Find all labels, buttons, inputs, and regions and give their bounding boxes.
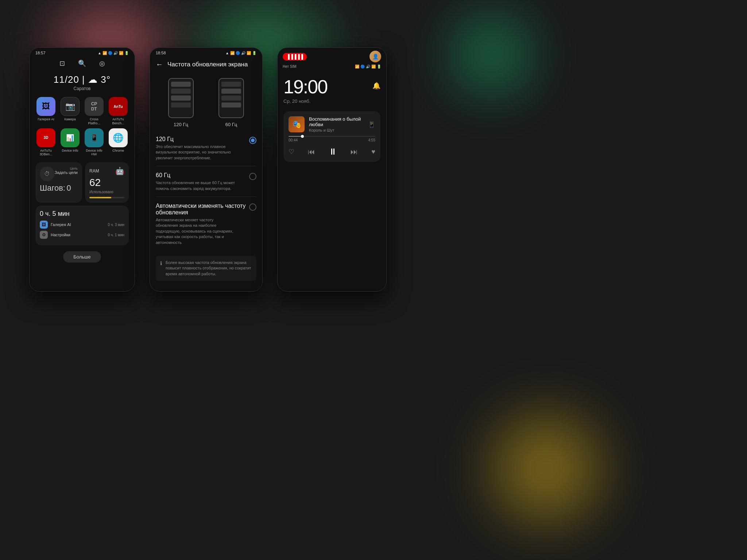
radio-inner-120 [251, 139, 255, 142]
option-60-text: 60 Гц Частота обновления не выше 60 Гц м… [156, 172, 249, 191]
ram-bar-fill [89, 197, 111, 198]
mock-bar-7 [221, 96, 241, 101]
usage-item-gallery: 🖼 Галерея AI 0 ч. 3 мин [40, 221, 124, 229]
app-camera[interactable]: 📷 Камера [59, 97, 81, 125]
app-chrome[interactable]: 🌐 Chrome [108, 128, 129, 157]
waveform-button[interactable]: ▐▐▐▐▐ [283, 53, 307, 61]
date: 11/20 [54, 74, 79, 85]
steps-top: ⏱ Цель Задать цели [40, 167, 78, 181]
steps-label: Шагов: [40, 183, 65, 192]
app-antutu-3d[interactable]: 3D AnTuTu 3DBen... [35, 128, 57, 157]
date-weather-line: 11/20 | ☁ 3° [30, 74, 135, 85]
device-info-label: Device Info [62, 149, 78, 153]
ram-header: RAM 🤖 [89, 167, 124, 175]
app-gallery-ai[interactable]: 🖼 Галерея AI [35, 97, 57, 125]
antutu-label: AnTuTu Bench... [108, 117, 129, 125]
phone2-header: ← Частота обновления экрана [150, 57, 262, 72]
back-button[interactable]: ← [156, 60, 163, 69]
app-antutu[interactable]: AnTu AnTuTu Bench... [108, 97, 129, 125]
status-bar-2: 18:58 ▲ 📶 🔵 🔊 📶 🔋 [150, 48, 262, 57]
status-bar-3: Нет SIM 📶 🔵 🔊 📶 🔋 [278, 64, 386, 70]
option-row-60: 60 Гц Частота обновления не выше 60 Гц м… [156, 172, 256, 191]
phone3-top-bar: ▐▐▐▐▐ 👤 [278, 48, 386, 64]
goal-value[interactable]: Задать цели [55, 170, 78, 175]
app-device-info-hw[interactable]: 📱 Device Info HW [84, 128, 105, 157]
progress-dot [301, 135, 304, 138]
like-button[interactable]: ♡ [289, 148, 294, 156]
mock-bar-1 [171, 82, 191, 87]
music-device-icon: 📱 [368, 121, 375, 128]
mock-bar-6 [221, 89, 241, 94]
antutu-3d-label: AnTuTu 3DBen... [35, 149, 57, 157]
gallery-app-name: Галерея AI [51, 222, 105, 227]
radio-120[interactable] [249, 137, 256, 144]
avatar[interactable]: 👤 [369, 51, 381, 62]
search-icon[interactable]: 🔍 [78, 59, 86, 67]
option-auto-text: Автоматически изменять частоту обновлени… [156, 203, 249, 245]
ram-label: RAM [89, 168, 99, 174]
music-info: Воспоминания о былой любви Король и Шут [309, 116, 364, 132]
music-card: 🎭 Воспоминания о былой любви Король и Шу… [283, 111, 380, 162]
option-120hz-visual: 120 Гц [168, 78, 194, 127]
app-device-info[interactable]: 📊 Device Info [59, 128, 81, 157]
status-icons-2: ▲ 📶 🔵 🔊 📶 🔋 [225, 51, 256, 55]
mock-bar-2 [171, 89, 191, 94]
camera-icon: 📷 [61, 97, 80, 116]
progress-bar[interactable] [289, 136, 375, 137]
antutu-3d-icon: 3D [36, 128, 55, 147]
mock-bar-8 [221, 102, 241, 108]
hz-label-60: 60 Гц [225, 122, 237, 127]
option-section-60[interactable]: 60 Гц Частота обновления не выше 60 Гц м… [156, 172, 256, 197]
city: Саратов [30, 86, 135, 91]
ram-widget: RAM 🤖 62 Использовано [85, 162, 129, 203]
phone-mockup-120 [168, 78, 194, 118]
bell-icon[interactable]: 🔔 [372, 82, 380, 90]
settings-app-time: 0 ч. 1 мин [108, 233, 124, 237]
gallery-ai-label: Галерея AI [38, 117, 54, 121]
device-info-hw-icon: 📱 [85, 128, 104, 147]
settings-icon[interactable]: ◎ [99, 59, 105, 67]
info-note: ℹ Более высокая частота обновления экран… [156, 256, 256, 281]
next-button[interactable]: ⏭ [351, 148, 358, 156]
radio-auto[interactable] [249, 203, 256, 211]
widgets-area: ⏱ Цель Задать цели Шагов: 0 RAM [30, 160, 135, 248]
hz-label-120: 120 Гц [174, 122, 188, 127]
option-section-120[interactable]: 120 Гц Это обеспечит максимально плавное… [156, 136, 256, 166]
phones-container: 18:57 ▲ 📶 🔵 🔊 📶 🔋 ⊡ 🔍 ◎ 11/20 | ☁ 3° [29, 47, 387, 292]
grid-icon[interactable]: ⊡ [59, 59, 65, 67]
app-cross-platform[interactable]: CPDT Cross Platfro... [84, 97, 105, 125]
time-usage-widget: 0 ч. 5 мин 🖼 Галерея AI 0 ч. 3 мин ⚙ Нас… [35, 206, 129, 245]
steps-goal: Цель Задать цели [55, 167, 78, 175]
controls-row: ♡ ⏮ ⏸ ⏭ ♥ [289, 147, 375, 157]
option-120-text: 120 Гц Это обеспечит максимально плавное… [156, 136, 249, 161]
screen-title: Частота обновления экрана [167, 61, 248, 68]
phone3-content: 19:00 🔔 Ср, 20 нояб. 🎭 Воспоминания о бы… [278, 70, 386, 168]
antutu-icon: AnTu [109, 97, 128, 116]
ram-bar-bg [89, 197, 124, 198]
progress-bar-fill [289, 136, 302, 137]
apps-grid: 🖼 Галерея AI 📷 Камера CPDT Cross Platfro… [30, 93, 135, 160]
play-pause-button[interactable]: ⏸ [329, 147, 337, 157]
mock-bar-3 [171, 96, 191, 101]
prev-button[interactable]: ⏮ [308, 148, 315, 156]
cp-label: Cross Platfro... [84, 117, 105, 125]
time-row: 00:44 4:55 [289, 138, 375, 142]
settings-app-icon: ⚙ [40, 231, 48, 239]
info-icon: ℹ [160, 260, 162, 266]
chrome-label: Chrome [112, 149, 124, 153]
option-section-auto[interactable]: Автоматически изменять частоту обновлени… [156, 203, 256, 250]
info-text: Более высокая частота обновления экрана … [166, 260, 252, 277]
time-current: 00:44 [289, 138, 298, 142]
more-button[interactable]: Больше [63, 251, 101, 262]
clock-time: 19:00 [283, 76, 327, 98]
steps-widget: ⏱ Цель Задать цели Шагов: 0 [35, 162, 82, 203]
favorite-button[interactable]: ♥ [371, 148, 375, 156]
status-bar-1: 18:57 ▲ 📶 🔵 🔊 📶 🔋 [30, 48, 135, 57]
toolbar-1: ⊡ 🔍 ◎ [30, 57, 135, 70]
time-usage-header: 0 ч. 5 мин [40, 210, 124, 218]
date-separator: | [82, 74, 88, 85]
radio-60[interactable] [249, 173, 256, 180]
usage-item-settings: ⚙ Настройки 0 ч. 1 мин [40, 231, 124, 239]
gallery-app-time: 0 ч. 3 мин [108, 223, 124, 227]
steps-count: 0 [67, 183, 71, 192]
